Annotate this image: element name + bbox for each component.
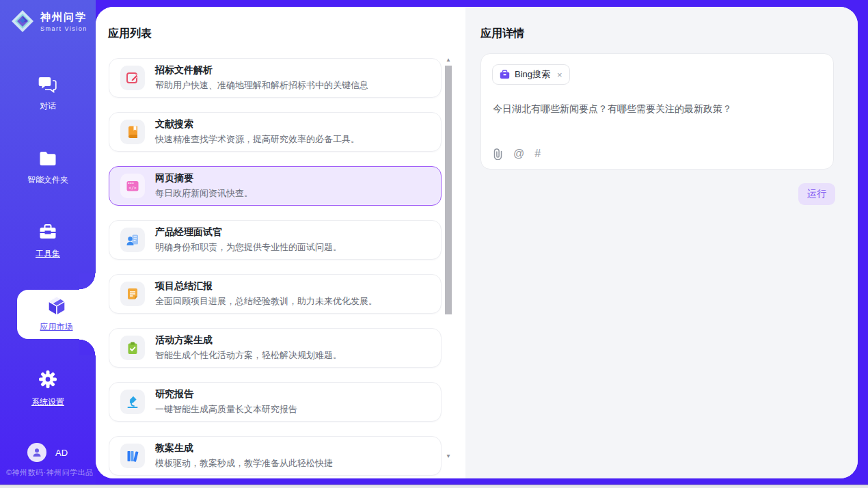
app-card-desc: 智能生成个性化活动方案，轻松解决规划难题。: [155, 349, 342, 362]
sidebar-item-label: 智能文件夹: [0, 174, 96, 186]
brand-name: 神州问学: [40, 11, 87, 24]
app-icon-tile: [120, 228, 145, 252]
tab-curve-top: [79, 273, 96, 290]
app-card-desc: 模板驱动，教案秒成，教学准备从此轻松快捷: [155, 457, 333, 470]
app-list-title: 应用列表: [108, 27, 152, 41]
app-card-research-report[interactable]: 研究报告 一键智能生成高质量长文本研究报告: [109, 382, 442, 422]
brand-subtitle: Smart Vision: [40, 25, 87, 32]
app-icon-tile: [120, 282, 145, 306]
app-card-event-plan[interactable]: 活动方案生成 智能生成个性化活动方案，轻松解决规划难题。: [109, 328, 442, 368]
interviewer-icon: [125, 232, 140, 247]
person-icon: [31, 447, 42, 458]
user-name: AD: [55, 448, 68, 458]
hash-icon[interactable]: #: [534, 148, 541, 160]
cube-icon: [46, 295, 68, 316]
sidebar: 神州问学 Smart Vision 对话 智能文件夹 工具集 应用市场: [0, 0, 96, 488]
close-icon[interactable]: ×: [557, 70, 562, 80]
research-icon: [125, 394, 140, 409]
user-chip[interactable]: AD: [27, 443, 68, 462]
app-card-name: 招标文件解析: [155, 64, 368, 77]
prompt-input[interactable]: 今日湖北有哪些新闻要点？有哪些需要关注的最新政策？: [493, 103, 822, 116]
app-card-desc: 全面回顾项目进展，总结经验教训，助力未来优化发展。: [155, 295, 377, 308]
main-content: 应用列表 招标文件解析 帮助用户快速、准确地理解和解析招标书中的关键信息: [96, 7, 858, 478]
app-detail-title: 应用详情: [480, 27, 524, 41]
copyright-footer: ©神州数码·神州问学出品: [6, 467, 94, 478]
brand-logo: 神州问学 Smart Vision: [10, 9, 87, 33]
app-card-name: 文献搜索: [155, 118, 360, 131]
tool-tag-bing-search[interactable]: Bing搜索 ×: [492, 64, 570, 85]
avatar: [27, 443, 46, 462]
app-icon-tile: [120, 444, 145, 468]
app-card-desc: 快速精准查找学术资源，提高研究效率的必备工具。: [155, 133, 360, 146]
app-card-name: 研究报告: [155, 388, 297, 401]
prompt-toolbar: @ #: [493, 148, 541, 160]
briefcase-icon: [500, 70, 510, 79]
app-list-panel: 应用列表 招标文件解析 帮助用户快速、准确地理解和解析招标书中的关键信息: [96, 7, 465, 478]
app-card-name: 活动方案生成: [155, 334, 342, 347]
app-icon-tile: </>: [120, 174, 145, 198]
sidebar-item-toolset[interactable]: 工具集: [0, 223, 96, 260]
paperclip-icon[interactable]: [493, 148, 503, 160]
book-icon: [125, 124, 140, 139]
app-detail-panel: 应用详情 Bing搜索 × 今日湖北有哪些新闻要点？有哪些需要关注的最新政策？ …: [465, 7, 858, 478]
run-button[interactable]: 运行: [798, 183, 835, 205]
prompt-card[interactable]: Bing搜索 × 今日湖北有哪些新闻要点？有哪些需要关注的最新政策？ @ #: [480, 53, 834, 170]
mention-icon[interactable]: @: [513, 148, 524, 160]
app-icon-tile: [120, 120, 145, 144]
app-card-desc: 一键智能生成高质量长文本研究报告: [155, 403, 297, 416]
sidebar-item-label: 工具集: [0, 248, 96, 260]
sidebar-item-label: 系统设置: [0, 396, 96, 408]
edit-document-icon: [125, 70, 140, 85]
app-card-desc: 帮助用户快速、准确地理解和解析招标书中的关键信息: [155, 79, 368, 92]
app-icon-tile: [120, 336, 145, 360]
app-icon-tile: [120, 390, 145, 414]
gear-icon: [38, 370, 57, 389]
app-card-lesson-plan[interactable]: 教案生成 模板驱动，教案秒成，教学准备从此轻松快捷: [109, 436, 442, 476]
folder-icon: [38, 150, 57, 167]
clipboard-check-icon: [125, 340, 140, 355]
toolbox-icon: [38, 223, 57, 241]
sidebar-item-label: 应用市场: [17, 321, 96, 333]
sidebar-item-app-market[interactable]: 应用市场: [17, 290, 96, 339]
browser-code-icon: </>: [125, 178, 140, 193]
bottom-edge-strip: [0, 485, 868, 488]
tab-curve-bottom: [79, 339, 96, 355]
app-card-bid-document-parse[interactable]: 招标文件解析 帮助用户快速、准确地理解和解析招标书中的关键信息: [109, 58, 442, 98]
app-card-name: 项目总结汇报: [155, 280, 377, 293]
app-card-list: 招标文件解析 帮助用户快速、准确地理解和解析招标书中的关键信息 文献搜索 快速精…: [109, 58, 442, 476]
app-list-scrollbar[interactable]: ▲ ▼: [444, 57, 452, 460]
diamond-logo-icon: [10, 9, 35, 33]
app-card-web-summary[interactable]: </> 网页摘要 每日政府新闻资讯快查。: [109, 166, 442, 206]
chat-icon: [38, 75, 57, 93]
app-icon-tile: [120, 66, 145, 90]
memo-icon: [125, 286, 140, 301]
app-card-name: 网页摘要: [155, 172, 253, 185]
app-card-project-summary[interactable]: 项目总结汇报 全面回顾项目进展，总结经验教训，助力未来优化发展。: [109, 274, 442, 314]
scrollbar-up-arrow[interactable]: ▲: [444, 57, 452, 64]
sidebar-item-smart-folder[interactable]: 智能文件夹: [0, 150, 96, 186]
tool-tag-label: Bing搜索: [515, 68, 550, 81]
app-card-desc: 每日政府新闻资讯快查。: [155, 187, 253, 200]
scrollbar-down-arrow[interactable]: ▼: [444, 453, 452, 460]
app-card-desc: 明确身份和职责，为您提供专业性的面试问题。: [155, 241, 342, 254]
app-card-pm-interviewer[interactable]: 产品经理面试官 明确身份和职责，为您提供专业性的面试问题。: [109, 220, 442, 260]
sidebar-item-chat[interactable]: 对话: [0, 75, 96, 112]
app-card-name: 教案生成: [155, 442, 333, 455]
sidebar-item-settings[interactable]: 系统设置: [0, 370, 96, 408]
app-card-literature-search[interactable]: 文献搜索 快速精准查找学术资源，提高研究效率的必备工具。: [109, 112, 442, 152]
svg-text:</>: </>: [128, 185, 136, 190]
scrollbar-thumb[interactable]: [445, 66, 452, 314]
sidebar-item-label: 对话: [0, 100, 96, 112]
app-card-name: 产品经理面试官: [155, 226, 342, 239]
books-icon: [125, 448, 140, 463]
